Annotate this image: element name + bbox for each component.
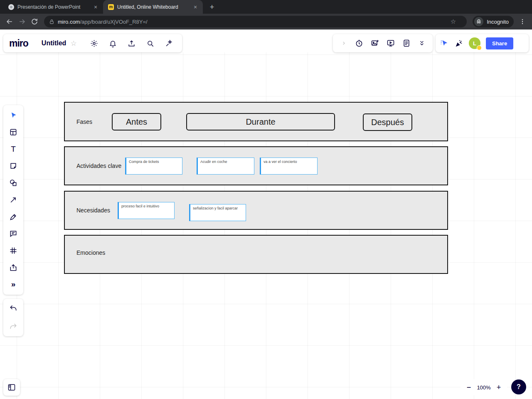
frame-label: Fases [76,118,92,125]
incognito-label: Incognito [487,19,509,25]
frame-label: Actividades clave [76,163,121,169]
url-domain: miro.com [58,19,80,25]
back-button[interactable] [3,15,16,28]
lock-icon [49,19,54,25]
redo-icon[interactable] [5,318,22,335]
incognito-badge: Incognito [473,16,514,27]
share-toolbar: L Share [436,34,529,52]
undo-icon[interactable] [5,300,22,317]
close-tab-icon[interactable]: × [92,4,99,10]
needs-card[interactable]: señalizacion y facil aparcar [189,204,246,221]
activity-card[interactable]: Acudir en coche [197,158,254,175]
pen-tool[interactable] [5,209,22,225]
board-toolbar: miro Untitled ☆ [3,34,182,52]
tab-title: Untitled, Online Whiteboard [117,4,189,10]
tab-title: Presentación de PowerPoint [17,4,89,10]
url-path: /app/board/uXjVOoF_R8Y=/ [80,19,147,25]
add-image-icon[interactable] [371,39,379,47]
upload-tool[interactable] [5,259,22,276]
card-text: señalizacion y facil aparcar [193,206,238,210]
forward-button[interactable] [16,15,28,28]
frame-actividades[interactable]: Actividades clave Compra de tickets Acud… [64,146,448,185]
connector-arrow-tool[interactable] [5,192,22,208]
frame-label: Emociones [76,249,105,256]
activity-card[interactable]: Compra de tickets [125,158,182,175]
close-tab-icon[interactable]: × [192,4,199,10]
card-text: va a ver el concierto [264,160,297,164]
incognito-icon [474,17,483,26]
phase-label: Durante [246,117,275,127]
needs-card[interactable]: proceso facil e intuitivo [118,202,175,219]
frame-fases[interactable]: Fases Antes Durante Después [64,102,448,141]
timer-icon[interactable] [355,39,363,47]
frame-necesidades[interactable]: Necesidades proceso facil e intuitivo se… [64,191,448,230]
miro-app: miro Untitled ☆ [0,30,532,399]
creation-toolbar: T » [3,105,23,295]
select-cursor-tool[interactable] [5,107,22,124]
avatar-initial: L [473,40,476,47]
phase-box-antes[interactable]: Antes [112,113,161,131]
zoom-level[interactable]: 100% [477,384,490,391]
miro-logo[interactable]: miro [9,38,28,49]
frame-label: Necesidades [76,207,110,214]
zoom-in-button[interactable]: + [494,383,504,392]
zoom-out-button[interactable]: − [464,383,474,392]
frames-panel-toggle[interactable] [3,379,20,396]
frame-tool[interactable] [5,242,22,259]
help-button[interactable]: ? [511,379,526,394]
avatar-edit-badge-icon [477,45,482,50]
avatar[interactable]: L [469,37,480,49]
text-tool[interactable]: T [5,141,22,158]
miro-favicon-icon: m [108,4,114,10]
board-title[interactable]: Untitled [42,39,66,47]
notifications-bell-icon[interactable] [106,35,120,52]
automation-wand-icon[interactable] [162,35,176,52]
more-tools-icon[interactable]: » [5,276,22,293]
presentation-icon[interactable] [387,39,395,47]
zoom-controls: − 100% + [461,379,507,395]
card-text: Compra de tickets [129,160,159,164]
tab-miro-board[interactable]: m Untitled, Online Whiteboard × [103,0,203,14]
follow-cursor-icon[interactable] [440,39,449,48]
frame-emociones[interactable]: Emociones [64,235,448,274]
settings-gear-icon[interactable] [87,35,101,52]
new-tab-button[interactable]: + [206,1,218,13]
url-text: miro.com/app/board/uXjVOoF_R8Y=/ [58,19,447,25]
share-button[interactable]: Share [486,37,513,49]
phase-box-despues[interactable]: Después [363,113,412,131]
phase-box-durante[interactable]: Durante [186,113,335,131]
favorite-star-icon[interactable]: ☆ [70,39,76,48]
browser-navbar: miro.com/app/board/uXjVOoF_R8Y=/ ☆ Incog… [0,14,532,30]
undo-redo-panel [3,299,23,336]
tab-powerpoint[interactable]: Presentación de PowerPoint × [3,0,103,14]
more-tools-chevrons-icon[interactable] [419,40,425,47]
phase-label: Antes [126,117,147,127]
browser-menu-icon[interactable] [516,15,529,28]
address-bar[interactable]: miro.com/app/board/uXjVOoF_R8Y=/ ☆ [44,16,467,27]
phase-label: Después [371,118,404,127]
card-text: Acudir en coche [200,160,227,164]
bookmark-star-icon[interactable]: ☆ [451,18,456,25]
shapes-tool[interactable] [5,175,22,191]
comment-tool[interactable] [5,225,22,242]
browser-tab-strip: Presentación de PowerPoint × m Untitled,… [0,0,532,14]
reload-button[interactable] [28,15,41,28]
notes-doc-icon[interactable] [402,39,411,47]
templates-tool[interactable] [5,124,22,140]
collab-toolbar [333,34,433,52]
powerpoint-favicon-icon [8,4,14,10]
export-icon[interactable] [124,35,139,52]
sticky-note-tool[interactable] [5,158,22,175]
celebrate-confetti-icon[interactable] [454,39,463,48]
collapse-chevron-icon[interactable] [340,40,347,47]
activity-card[interactable]: va a ver el concierto [260,158,318,175]
card-text: proceso facil e intuitivo [121,204,159,208]
search-icon[interactable] [143,35,158,52]
